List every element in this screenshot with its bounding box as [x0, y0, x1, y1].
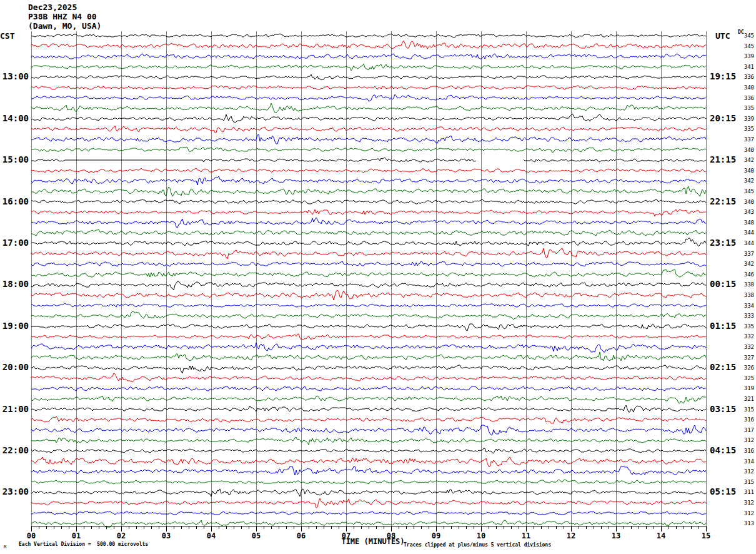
dc-value: 316 [737, 417, 754, 423]
trace-row [31, 103, 706, 113]
trace-row [31, 64, 706, 71]
utc-time-label: 02:15 [710, 363, 739, 372]
trace-row [31, 74, 706, 80]
cst-time-label: 13:00 [0, 72, 29, 81]
dc-value: 345 [737, 33, 754, 39]
cst-time-label: 21:00 [0, 405, 29, 414]
dc-value: 312 [737, 500, 754, 506]
dc-value: 348 [737, 220, 754, 226]
trace-row [31, 416, 706, 423]
dc-value: 344 [737, 230, 754, 236]
right-axis-header: UTC [715, 32, 730, 41]
trace-row [31, 303, 706, 307]
minute-label: 03 [159, 532, 173, 540]
trace-row [31, 448, 706, 453]
dc-value: 312 [737, 511, 754, 516]
dc-value: 337 [737, 251, 754, 257]
title-location: (Dawn, MO, USA) [28, 22, 101, 31]
cst-time-label: 16:00 [0, 197, 29, 206]
dc-value: 321 [737, 396, 754, 402]
cst-time-label: 18:00 [0, 280, 29, 289]
dc-value: 342 [737, 158, 754, 163]
minute-label: 06 [294, 532, 308, 540]
trace-row [31, 54, 706, 59]
dc-value: 332 [737, 345, 754, 350]
minute-label: 14 [654, 532, 668, 540]
trace-row [31, 343, 706, 352]
dc-value: 341 [737, 64, 754, 70]
minute-label: 13 [609, 532, 623, 540]
minute-label: 05 [249, 532, 263, 540]
dc-value: 317 [737, 428, 754, 433]
trace-row [31, 281, 706, 290]
dc-value: 339 [737, 54, 754, 59]
cst-time-label: 20:00 [0, 363, 29, 372]
trace-row [31, 147, 706, 153]
dc-value: 313 [737, 521, 754, 526]
cst-time-label: 15:00 [0, 155, 29, 164]
dc-value: 326 [737, 365, 754, 371]
trace-row [31, 34, 706, 38]
dc-value: 316 [737, 448, 754, 454]
trace-row [31, 176, 706, 185]
dc-value: 342 [737, 178, 754, 184]
dc-value: 340 [737, 148, 754, 153]
minute-label: 01 [69, 532, 83, 540]
trace-row [31, 365, 706, 373]
utc-time-label: 20:15 [710, 114, 739, 123]
dc-value: 337 [737, 137, 754, 143]
dc-value: 344 [737, 241, 754, 246]
minute-label: 12 [564, 532, 578, 540]
helicorder-plot [0, 0, 756, 554]
x-axis-title: TIME (MINUTES) [339, 538, 407, 546]
utc-time-label: 01:15 [710, 321, 739, 331]
utc-time-label: 23:15 [710, 238, 739, 248]
utc-time-label: 03:15 [710, 405, 739, 414]
dc-value: 334 [737, 303, 754, 309]
dc-value: 314 [737, 459, 754, 465]
dc-value: 335 [737, 126, 754, 132]
dc-value: 340 [737, 199, 754, 205]
clip-note: Traces clipped at plus/minus 5 vertical … [404, 543, 551, 548]
utc-time-label: 21:15 [710, 155, 739, 164]
trace-row [31, 290, 706, 300]
cst-time-label: 19:00 [0, 321, 29, 331]
cst-time-label: 23:00 [0, 487, 29, 496]
dc-value: 336 [737, 74, 754, 80]
cst-time-label: 14:00 [0, 114, 29, 123]
dc-value: 333 [737, 313, 754, 319]
dc-value: 332 [737, 334, 754, 340]
dc-value: 338 [737, 282, 754, 288]
trace-row [31, 425, 706, 435]
trace-row [31, 248, 706, 259]
trace-row [31, 480, 706, 484]
grid-lines [32, 31, 707, 526]
trace-row [31, 405, 706, 412]
minute-label: 04 [204, 532, 218, 540]
dc-value: 336 [737, 96, 754, 101]
dc-value: 335 [737, 106, 754, 111]
trace-row [31, 126, 706, 133]
traces [31, 34, 706, 527]
trace-row [31, 229, 706, 236]
dc-value: 339 [737, 116, 754, 122]
trace-row [31, 134, 706, 144]
minute-label: 09 [429, 532, 443, 540]
trace-row [31, 386, 706, 391]
trace-row [31, 209, 706, 216]
trace-row [31, 94, 706, 101]
trace-row [31, 324, 706, 331]
trace-row [31, 396, 706, 403]
title-date: Dec23,2025 [28, 3, 77, 12]
trace-row [31, 466, 706, 475]
trace-row [31, 114, 706, 123]
minute-label: 00 [24, 532, 38, 540]
minute-label: 10 [474, 532, 488, 540]
trace-row [31, 352, 706, 361]
trace-row [31, 511, 706, 515]
dc-value: 340 [737, 85, 754, 91]
dc-value: 327 [737, 355, 754, 361]
trace-row [31, 311, 706, 320]
dc-value: 319 [737, 386, 754, 391]
dc-value: 335 [737, 324, 754, 330]
